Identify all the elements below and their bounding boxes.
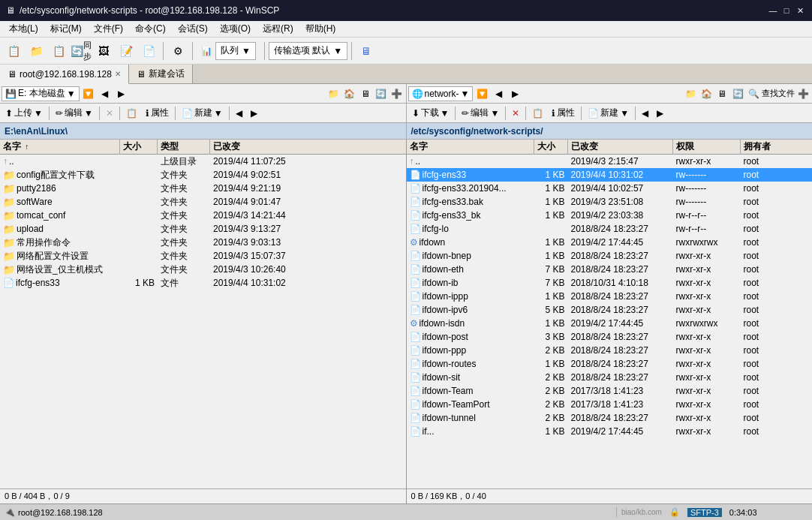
- toolbar-icon6[interactable]: 📄: [138, 41, 159, 62]
- right-col-size[interactable]: 大小: [534, 140, 568, 155]
- tab-new-session[interactable]: 🖥 新建会话: [129, 65, 193, 83]
- toolbar-settings[interactable]: ⚙: [167, 41, 188, 62]
- list-item[interactable]: 📄 ifdown-TeamPort 2 KB 2017/3/18 1:41:23…: [407, 398, 813, 411]
- menu-help[interactable]: 帮助(H): [299, 21, 342, 37]
- right-file-list[interactable]: ↑ .. 2019/4/3 2:15:47 rwxr-xr-x root 📄 i…: [407, 155, 813, 488]
- right-col-name[interactable]: 名字: [407, 140, 534, 155]
- list-item[interactable]: 📄 ifcfg-ens33 1 KB 2019/4/4 10:31:02 rw-…: [407, 168, 813, 182]
- list-item[interactable]: ⚙ ifdown 1 KB 2019/4/2 17:44:45 rwxrwxrw…: [407, 236, 813, 249]
- toolbar-icon1[interactable]: 📋: [3, 41, 24, 62]
- left-root-btn[interactable]: 🏠: [342, 86, 357, 101]
- list-item[interactable]: ⚙ ifdown-isdn 1 KB 2019/4/2 17:44:45 rwx…: [407, 317, 813, 330]
- minimize-button[interactable]: —: [767, 5, 779, 17]
- menu-session[interactable]: 会话(S): [172, 21, 214, 37]
- list-item[interactable]: ↑ .. 2019/4/3 2:15:47 rwxr-xr-x root: [407, 155, 813, 168]
- left-refresh-btn[interactable]: 🔄: [374, 86, 389, 101]
- right-forward-btn[interactable]: ▶: [507, 86, 522, 101]
- list-item[interactable]: 📄 ifcfg-ens33_bk 1 KB 2019/4/2 23:03:38 …: [407, 209, 813, 222]
- list-item[interactable]: 📄 ifdown-ipv6 5 KB 2018/8/24 18:23:27 rw…: [407, 303, 813, 317]
- right-props-button[interactable]: ℹ 属性: [548, 105, 579, 122]
- list-item[interactable]: 📄 ifdown-ppp 2 KB 2018/8/24 18:23:27 rwx…: [407, 344, 813, 357]
- left-desktop-btn[interactable]: 🖥: [358, 86, 373, 101]
- list-item[interactable]: 📄 ifdown-sit 2 KB 2018/8/24 18:23:27 rwx…: [407, 371, 813, 384]
- tab-session[interactable]: 🖥 root@192.168.198.128 ✕: [0, 65, 129, 84]
- left-col-size[interactable]: 大小: [120, 140, 158, 155]
- left-col-type[interactable]: 类型: [158, 140, 210, 155]
- right-parent-btn[interactable]: 📁: [683, 86, 698, 101]
- right-delete-button[interactable]: ✕: [508, 105, 523, 122]
- list-item[interactable]: 📁 网络配置文件设置 文件夹 2019/4/3 15:07:37: [0, 249, 406, 263]
- list-item[interactable]: 📄 ifdown-tunnel 2 KB 2018/8/24 18:23:27 …: [407, 411, 813, 425]
- right-desktop-btn[interactable]: 🖥: [714, 86, 729, 101]
- list-item[interactable]: 📁 softWare 文件夹 2019/4/4 9:01:47: [0, 195, 406, 209]
- right-col-perms[interactable]: 权限: [673, 140, 741, 155]
- maximize-button[interactable]: □: [780, 5, 792, 17]
- right-add-btn[interactable]: ➕: [795, 86, 810, 101]
- queue-dropdown[interactable]: 队列 ▼: [215, 42, 256, 60]
- menu-remote[interactable]: 远程(R): [257, 21, 299, 37]
- left-col-modified[interactable]: 已改变: [210, 140, 406, 155]
- list-item[interactable]: 📁 putty2186 文件夹 2019/4/4 9:21:19: [0, 182, 406, 195]
- menu-command[interactable]: 命令(C): [129, 21, 172, 37]
- left-add-btn[interactable]: ➕: [389, 86, 404, 101]
- list-item[interactable]: 📁 网络设置_仅主机模式 文件夹 2019/4/3 10:26:40: [0, 263, 406, 276]
- list-item[interactable]: 📁 upload 文件夹 2019/4/3 9:13:27: [0, 222, 406, 236]
- left-back-btn[interactable]: ◀: [98, 86, 113, 101]
- transfer-options-dropdown[interactable]: 传输选项 默认 ▼: [269, 42, 347, 60]
- right-new-button[interactable]: 📄 新建 ▼: [584, 105, 633, 122]
- menu-options[interactable]: 选项(O): [214, 21, 257, 37]
- left-forward-btn[interactable]: ▶: [114, 86, 129, 101]
- left-props-button[interactable]: ℹ 属性: [142, 105, 173, 122]
- right-more-btn2[interactable]: ▶: [653, 105, 667, 122]
- list-item[interactable]: 📄 if... 1 KB 2019/4/2 17:44:45 rwxr-xr-x…: [407, 425, 813, 438]
- menu-mark[interactable]: 标记(M): [44, 21, 88, 37]
- right-root-btn[interactable]: 🏠: [699, 86, 714, 101]
- left-drive-dropdown[interactable]: 💾 E: 本地磁盘 ▼: [2, 86, 80, 101]
- right-back-btn[interactable]: ◀: [491, 86, 506, 101]
- right-col-owner[interactable]: 拥有者: [741, 140, 813, 155]
- right-drive-dropdown[interactable]: 🌐 network- ▼: [408, 86, 474, 101]
- list-item[interactable]: 📄 ifdown-bnep 1 KB 2018/8/24 18:23:27 rw…: [407, 249, 813, 263]
- toolbar-icon3[interactable]: 📋: [48, 41, 69, 62]
- left-edit-button[interactable]: ✏ 编辑 ▼: [52, 105, 97, 122]
- left-col-name[interactable]: 名字 ↑: [0, 140, 120, 155]
- right-copy-button[interactable]: 📋: [528, 105, 547, 122]
- menu-file[interactable]: 文件(F): [88, 21, 129, 37]
- close-button[interactable]: ✕: [794, 5, 806, 17]
- list-item[interactable]: 📄 ifcfg-ens33 1 KB 文件 2019/4/4 10:31:02: [0, 276, 406, 290]
- list-item[interactable]: 📄 ifcfg-lo 2018/8/24 18:23:27 rw-r--r-- …: [407, 222, 813, 236]
- left-parent-btn[interactable]: 📁: [326, 86, 341, 101]
- list-item[interactable]: 📄 ifcfg-ens33.bak 1 KB 2019/4/3 23:51:08…: [407, 195, 813, 209]
- list-item[interactable]: 📄 ifdown-ippp 1 KB 2018/8/24 18:23:27 rw…: [407, 290, 813, 303]
- toolbar-icon4[interactable]: 🖼: [93, 41, 114, 62]
- list-item[interactable]: 📄 ifdown-Team 2 KB 2017/3/18 1:41:23 rwx…: [407, 384, 813, 398]
- right-col-modified[interactable]: 已改变: [568, 140, 673, 155]
- toolbar-icon5[interactable]: 📝: [116, 41, 137, 62]
- list-item[interactable]: 📄 ifdown-ib 7 KB 2018/10/31 4:10:18 rwxr…: [407, 276, 813, 290]
- list-item[interactable]: 📄 ifdown-routes 1 KB 2018/8/24 18:23:27 …: [407, 357, 813, 371]
- left-delete-button[interactable]: ✕: [102, 105, 117, 122]
- left-filter-btn[interactable]: 🔽: [81, 86, 96, 101]
- left-new-button[interactable]: 📄 新建 ▼: [178, 105, 227, 122]
- monitor-button[interactable]: 🖥: [356, 41, 377, 62]
- list-item[interactable]: 📄 ifdown-eth 7 KB 2018/8/24 18:23:27 rwx…: [407, 263, 813, 276]
- left-copy-button[interactable]: 📋: [122, 105, 141, 122]
- toolbar-icon2[interactable]: 📁: [26, 41, 47, 62]
- left-file-list[interactable]: ↑ .. 上级目录 2019/4/4 11:07:25 📁 config配置文件…: [0, 155, 406, 488]
- right-edit-button[interactable]: ✏ 编辑 ▼: [458, 105, 503, 122]
- left-more-btn2[interactable]: ▶: [247, 105, 261, 122]
- list-item[interactable]: 📁 常用操作命令 文件夹 2019/4/3 9:03:13: [0, 236, 406, 249]
- list-item[interactable]: 📄 ifcfg-ens33.201904... 1 KB 2019/4/4 10…: [407, 182, 813, 195]
- right-refresh-btn[interactable]: 🔄: [730, 86, 745, 101]
- list-item[interactable]: 📁 tomcat_conf 文件夹 2019/4/3 14:21:44: [0, 209, 406, 222]
- tab-close-button[interactable]: ✕: [115, 70, 121, 78]
- right-find-btn[interactable]: 🔍: [746, 86, 761, 101]
- list-item[interactable]: 📄 ifdown-post 3 KB 2018/8/24 18:23:27 rw…: [407, 330, 813, 344]
- list-item[interactable]: ↑ .. 上级目录 2019/4/4 11:07:25: [0, 155, 406, 168]
- list-item[interactable]: 📁 config配置文件下载 文件夹 2019/4/4 9:02:51: [0, 168, 406, 182]
- left-more-btn1[interactable]: ◀: [232, 105, 246, 122]
- menu-local[interactable]: 本地(L): [3, 21, 44, 37]
- sync-button[interactable]: 🔄 同步: [71, 41, 92, 62]
- upload-button[interactable]: ⬆ 上传 ▼: [2, 105, 47, 122]
- download-button[interactable]: ⬇ 下载 ▼: [408, 105, 453, 122]
